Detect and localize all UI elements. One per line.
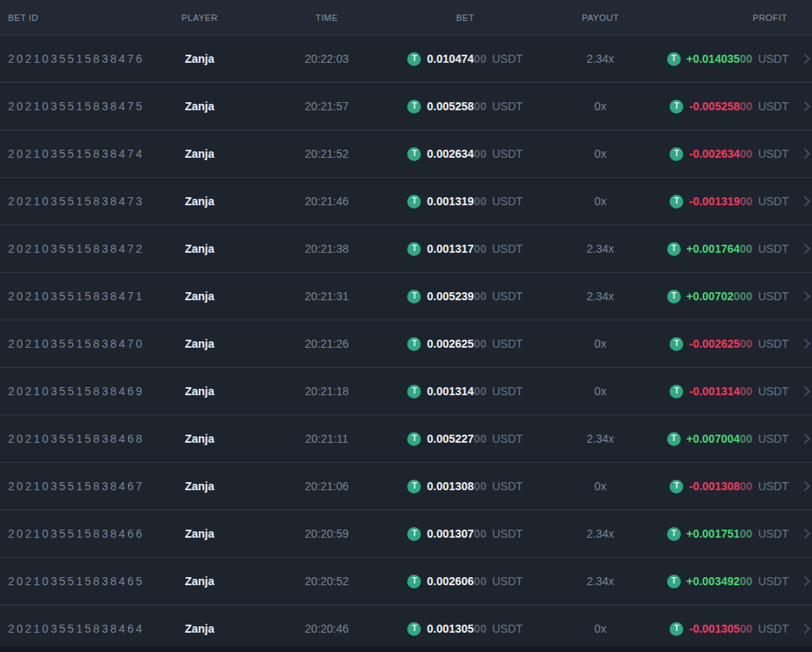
bet-amount: T 0.00130800 USDT: [409, 480, 521, 493]
tether-icon: T: [670, 385, 683, 398]
payout-multiplier: 2.34x: [521, 527, 679, 540]
bet-value: 0.00131900: [427, 195, 486, 208]
bet-currency-label: USDT: [492, 622, 522, 635]
table-row[interactable]: 2021035515838475 Zanja 20:21:57 T 0.0052…: [0, 82, 812, 130]
profit-trailing-zeros: 00: [740, 337, 752, 350]
column-header-bet-id: BET ID: [0, 13, 155, 23]
bet-time: 20:21:52: [245, 147, 409, 160]
table-row[interactable]: 2021035515838465 Zanja 20:20:52 T 0.0026…: [0, 557, 812, 605]
profit-amount: T +0.00700400 USDT: [679, 432, 812, 446]
bet-value: 0.00262500: [427, 337, 486, 350]
table-row[interactable]: 2021035515838476 Zanja 20:22:03 T 0.0104…: [0, 35, 812, 82]
tether-icon: T: [667, 290, 681, 303]
bet-amount: T 0.00260600 USDT: [409, 575, 521, 588]
tether-icon: T: [407, 52, 421, 66]
table-row[interactable]: 2021035515838472 Zanja 20:21:38 T 0.0013…: [0, 225, 812, 272]
payout-multiplier: 2.34x: [521, 575, 679, 588]
bet-id: 2021035515838475: [0, 100, 155, 113]
table-row[interactable]: 2021035515838464 Zanja 20:20:46 T 0.0013…: [0, 605, 812, 652]
bet-time: 20:21:06: [245, 480, 409, 493]
bet-amount: T 0.00131400 USDT: [409, 385, 521, 398]
table-row[interactable]: 2021035515838474 Zanja 20:21:52 T 0.0026…: [0, 130, 812, 177]
table-row[interactable]: 2021035515838466 Zanja 20:20:59 T 0.0013…: [0, 510, 812, 557]
bet-id: 2021035515838469: [0, 385, 155, 398]
bet-amount: T 0.00130500 USDT: [409, 622, 521, 636]
profit-currency-label: USDT: [758, 337, 789, 350]
bet-time: 20:21:46: [245, 195, 409, 208]
profit-value: +0.00349200: [686, 575, 752, 588]
tether-icon: T: [407, 242, 421, 256]
profit-currency-label: USDT: [758, 622, 789, 635]
bet-currency-label: USDT: [492, 52, 522, 65]
bet-value: 0.00130800: [427, 480, 486, 493]
profit-trailing-zeros: 00: [740, 242, 752, 255]
table-row[interactable]: 2021035515838471 Zanja 20:21:31 T 0.0052…: [0, 272, 812, 320]
tether-icon: T: [667, 52, 681, 66]
profit-currency-label: USDT: [758, 480, 789, 493]
player-name: Zanja: [155, 147, 245, 160]
profit-value: -0.00263400: [689, 147, 752, 160]
profit-amount: T -0.00130500 USDT: [679, 622, 812, 636]
profit-currency-label: USDT: [758, 290, 789, 303]
bet-currency-label: USDT: [492, 100, 522, 113]
bet-history-table: BET ID PLAYER TIME BET PAYOUT PROFIT 202…: [0, 0, 812, 652]
bet-currency-label: USDT: [492, 432, 522, 445]
tether-icon: T: [670, 195, 683, 208]
tether-icon: T: [407, 575, 421, 588]
bet-id: 2021035515838474: [0, 147, 155, 160]
profit-amount: T +0.00176400 USDT: [679, 242, 812, 256]
table-row[interactable]: 2021035515838473 Zanja 20:21:46 T 0.0013…: [0, 177, 812, 225]
tether-icon: T: [407, 195, 421, 208]
payout-multiplier: 2.34x: [521, 242, 679, 255]
table-row[interactable]: 2021035515838467 Zanja 20:21:06 T 0.0013…: [0, 462, 812, 510]
tether-icon: T: [670, 100, 683, 113]
profit-amount: T -0.00131400 USDT: [679, 385, 812, 398]
bet-trailing-zeros: 00: [474, 100, 487, 113]
tether-icon: T: [407, 432, 421, 446]
player-name: Zanja: [155, 480, 245, 493]
bet-time: 20:22:03: [245, 52, 409, 65]
bet-id: 2021035515838473: [0, 195, 155, 208]
player-name: Zanja: [155, 195, 245, 208]
bet-trailing-zeros: 00: [474, 337, 487, 350]
player-name: Zanja: [155, 337, 245, 350]
profit-currency-label: USDT: [758, 527, 789, 540]
profit-currency-label: USDT: [758, 52, 789, 65]
profit-trailing-zeros: 000: [734, 290, 752, 303]
profit-value: -0.00262500: [689, 337, 752, 350]
table-row[interactable]: 2021035515838468 Zanja 20:21:11 T 0.0052…: [0, 415, 812, 462]
table-row[interactable]: 2021035515838470 Zanja 20:21:26 T 0.0026…: [0, 320, 812, 367]
profit-value: -0.00130800: [689, 480, 752, 493]
player-name: Zanja: [155, 100, 245, 113]
column-header-payout: PAYOUT: [521, 13, 679, 23]
profit-currency-label: USDT: [758, 385, 789, 398]
tether-icon: T: [407, 337, 421, 351]
table-header-row: BET ID PLAYER TIME BET PAYOUT PROFIT: [0, 0, 812, 35]
tether-icon: T: [667, 527, 681, 541]
profit-value: -0.00131400: [689, 385, 752, 398]
profit-trailing-zeros: 00: [740, 100, 752, 113]
bet-time: 20:20:59: [245, 527, 409, 540]
bet-currency-label: USDT: [492, 147, 522, 160]
profit-value: +0.00176400: [686, 242, 752, 255]
profit-currency-label: USDT: [758, 432, 789, 445]
player-name: Zanja: [155, 242, 245, 255]
profit-amount: T +0.01403500 USDT: [679, 52, 812, 66]
bet-value: 0.00525800: [427, 100, 486, 113]
profit-trailing-zeros: 00: [740, 147, 752, 160]
payout-multiplier: 0x: [521, 100, 679, 113]
bet-amount: T 0.00131900 USDT: [409, 195, 521, 208]
bet-amount: T 0.00525800 USDT: [409, 100, 521, 113]
bet-currency-label: USDT: [492, 480, 522, 493]
bet-trailing-zeros: 00: [474, 147, 487, 160]
table-row[interactable]: 2021035515838469 Zanja 20:21:18 T 0.0013…: [0, 367, 812, 415]
column-header-time: TIME: [245, 13, 409, 23]
payout-multiplier: 2.34x: [521, 52, 679, 65]
bet-value: 0.00130700: [427, 527, 486, 540]
column-header-profit: PROFIT: [679, 13, 812, 23]
player-name: Zanja: [155, 432, 245, 445]
payout-multiplier: 0x: [521, 385, 679, 398]
bet-currency-label: USDT: [492, 337, 522, 350]
tether-icon: T: [407, 385, 421, 398]
tether-icon: T: [670, 622, 683, 636]
